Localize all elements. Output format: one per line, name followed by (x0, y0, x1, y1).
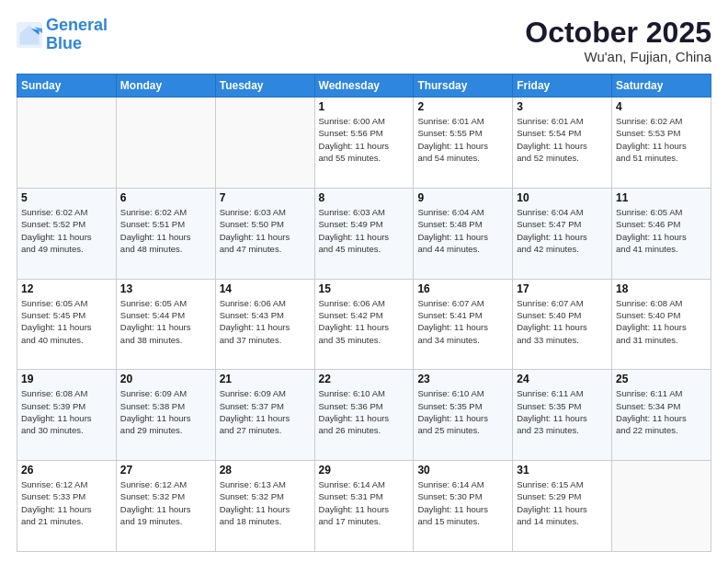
weekday-header-thursday: Thursday (414, 75, 513, 98)
calendar-week-row: 1Sunrise: 6:00 AM Sunset: 5:56 PM Daylig… (17, 98, 711, 189)
day-info: Sunrise: 6:03 AM Sunset: 5:50 PM Dayligh… (220, 206, 311, 255)
calendar-cell: 2Sunrise: 6:01 AM Sunset: 5:55 PM Daylig… (414, 98, 513, 189)
day-info: Sunrise: 6:10 AM Sunset: 5:36 PM Dayligh… (319, 387, 410, 436)
calendar-cell: 18Sunrise: 6:08 AM Sunset: 5:40 PM Dayli… (612, 279, 711, 370)
calendar-cell: 5Sunrise: 6:02 AM Sunset: 5:52 PM Daylig… (17, 188, 117, 279)
calendar-cell: 30Sunrise: 6:14 AM Sunset: 5:30 PM Dayli… (414, 461, 513, 552)
day-info: Sunrise: 6:02 AM Sunset: 5:51 PM Dayligh… (120, 206, 211, 255)
calendar-cell: 10Sunrise: 6:04 AM Sunset: 5:47 PM Dayli… (513, 188, 612, 279)
calendar-cell: 14Sunrise: 6:06 AM Sunset: 5:43 PM Dayli… (215, 279, 314, 370)
calendar-cell (215, 98, 314, 189)
day-number: 21 (220, 373, 311, 385)
day-info: Sunrise: 6:01 AM Sunset: 5:54 PM Dayligh… (517, 115, 608, 164)
calendar-cell: 21Sunrise: 6:09 AM Sunset: 5:37 PM Dayli… (215, 370, 314, 461)
day-info: Sunrise: 6:11 AM Sunset: 5:35 PM Dayligh… (517, 387, 608, 436)
calendar-cell: 29Sunrise: 6:14 AM Sunset: 5:31 PM Dayli… (314, 461, 414, 552)
calendar-cell: 16Sunrise: 6:07 AM Sunset: 5:41 PM Dayli… (414, 279, 513, 370)
calendar-week-row: 12Sunrise: 6:05 AM Sunset: 5:45 PM Dayli… (17, 279, 711, 370)
day-number: 3 (517, 100, 608, 113)
calendar-table: SundayMondayTuesdayWednesdayThursdayFrid… (17, 74, 711, 552)
calendar-cell: 26Sunrise: 6:12 AM Sunset: 5:33 PM Dayli… (17, 461, 117, 552)
day-number: 16 (417, 282, 508, 295)
calendar-cell: 23Sunrise: 6:10 AM Sunset: 5:35 PM Dayli… (414, 370, 513, 461)
day-info: Sunrise: 6:06 AM Sunset: 5:43 PM Dayligh… (220, 297, 311, 346)
day-number: 5 (21, 191, 112, 204)
day-info: Sunrise: 6:06 AM Sunset: 5:42 PM Dayligh… (319, 297, 410, 346)
day-info: Sunrise: 6:09 AM Sunset: 5:37 PM Dayligh… (220, 387, 311, 436)
day-number: 23 (417, 373, 508, 385)
logo-icon (17, 22, 42, 48)
calendar-week-row: 19Sunrise: 6:08 AM Sunset: 5:39 PM Dayli… (17, 370, 711, 461)
calendar-cell: 20Sunrise: 6:09 AM Sunset: 5:38 PM Dayli… (116, 370, 215, 461)
calendar-cell: 31Sunrise: 6:15 AM Sunset: 5:29 PM Dayli… (513, 461, 612, 552)
day-number: 17 (517, 282, 608, 295)
weekday-header-row: SundayMondayTuesdayWednesdayThursdayFrid… (17, 75, 711, 98)
weekday-header-saturday: Saturday (612, 75, 711, 98)
calendar-cell: 7Sunrise: 6:03 AM Sunset: 5:50 PM Daylig… (215, 188, 314, 279)
day-info: Sunrise: 6:05 AM Sunset: 5:44 PM Dayligh… (120, 297, 211, 346)
day-number: 8 (319, 191, 410, 204)
calendar-cell: 4Sunrise: 6:02 AM Sunset: 5:53 PM Daylig… (612, 98, 711, 189)
calendar-cell: 15Sunrise: 6:06 AM Sunset: 5:42 PM Dayli… (314, 279, 414, 370)
day-number: 12 (21, 282, 112, 295)
day-number: 14 (220, 282, 311, 295)
calendar-week-row: 5Sunrise: 6:02 AM Sunset: 5:52 PM Daylig… (17, 188, 711, 279)
day-info: Sunrise: 6:05 AM Sunset: 5:46 PM Dayligh… (616, 206, 707, 255)
calendar-cell: 11Sunrise: 6:05 AM Sunset: 5:46 PM Dayli… (612, 188, 711, 279)
day-info: Sunrise: 6:04 AM Sunset: 5:48 PM Dayligh… (417, 206, 508, 255)
day-info: Sunrise: 6:12 AM Sunset: 5:33 PM Dayligh… (21, 478, 112, 527)
logo-line1: General (46, 16, 108, 34)
day-info: Sunrise: 6:03 AM Sunset: 5:49 PM Dayligh… (319, 206, 410, 255)
calendar-cell (612, 461, 711, 552)
weekday-header-sunday: Sunday (17, 75, 117, 98)
day-number: 9 (417, 191, 508, 204)
day-number: 4 (616, 100, 707, 113)
day-number: 25 (616, 373, 707, 385)
day-number: 7 (220, 191, 311, 204)
day-number: 24 (517, 373, 608, 385)
day-info: Sunrise: 6:00 AM Sunset: 5:56 PM Dayligh… (319, 115, 410, 164)
calendar-cell: 13Sunrise: 6:05 AM Sunset: 5:44 PM Dayli… (116, 279, 215, 370)
day-number: 28 (220, 464, 311, 477)
day-info: Sunrise: 6:08 AM Sunset: 5:39 PM Dayligh… (21, 387, 112, 436)
day-info: Sunrise: 6:04 AM Sunset: 5:47 PM Dayligh… (517, 206, 608, 255)
day-number: 30 (417, 464, 508, 477)
day-info: Sunrise: 6:14 AM Sunset: 5:31 PM Dayligh… (319, 478, 410, 527)
title-block: October 2025 Wu'an, Fujian, China (525, 17, 711, 64)
location-title: Wu'an, Fujian, China (525, 49, 711, 64)
calendar-cell: 28Sunrise: 6:13 AM Sunset: 5:32 PM Dayli… (215, 461, 314, 552)
calendar-cell: 27Sunrise: 6:12 AM Sunset: 5:32 PM Dayli… (116, 461, 215, 552)
day-info: Sunrise: 6:11 AM Sunset: 5:34 PM Dayligh… (616, 387, 707, 436)
logo-text: General Blue (46, 17, 108, 53)
calendar-cell: 19Sunrise: 6:08 AM Sunset: 5:39 PM Dayli… (17, 370, 117, 461)
day-number: 2 (417, 100, 508, 113)
day-info: Sunrise: 6:10 AM Sunset: 5:35 PM Dayligh… (417, 387, 508, 436)
day-number: 19 (21, 373, 112, 385)
calendar-cell (116, 98, 215, 189)
day-number: 29 (319, 464, 410, 477)
day-number: 13 (120, 282, 211, 295)
weekday-header-monday: Monday (116, 75, 215, 98)
day-number: 15 (319, 282, 410, 295)
day-info: Sunrise: 6:07 AM Sunset: 5:41 PM Dayligh… (417, 297, 508, 346)
calendar-cell: 3Sunrise: 6:01 AM Sunset: 5:54 PM Daylig… (513, 98, 612, 189)
calendar-cell: 24Sunrise: 6:11 AM Sunset: 5:35 PM Dayli… (513, 370, 612, 461)
month-title: October 2025 (525, 17, 711, 49)
day-number: 26 (21, 464, 112, 477)
day-info: Sunrise: 6:02 AM Sunset: 5:53 PM Dayligh… (616, 115, 707, 164)
calendar-cell: 9Sunrise: 6:04 AM Sunset: 5:48 PM Daylig… (414, 188, 513, 279)
weekday-header-wednesday: Wednesday (314, 75, 414, 98)
day-number: 22 (319, 373, 410, 385)
calendar-cell: 1Sunrise: 6:00 AM Sunset: 5:56 PM Daylig… (314, 98, 414, 189)
calendar-cell: 6Sunrise: 6:02 AM Sunset: 5:51 PM Daylig… (116, 188, 215, 279)
calendar-cell: 25Sunrise: 6:11 AM Sunset: 5:34 PM Dayli… (612, 370, 711, 461)
header: General Blue October 2025 Wu'an, Fujian,… (17, 17, 711, 64)
calendar-week-row: 26Sunrise: 6:12 AM Sunset: 5:33 PM Dayli… (17, 461, 711, 552)
page: General Blue October 2025 Wu'an, Fujian,… (0, 0, 728, 563)
day-number: 1 (319, 100, 410, 113)
calendar-cell: 17Sunrise: 6:07 AM Sunset: 5:40 PM Dayli… (513, 279, 612, 370)
day-number: 31 (517, 464, 608, 477)
day-number: 6 (120, 191, 211, 204)
day-number: 27 (120, 464, 211, 477)
day-info: Sunrise: 6:08 AM Sunset: 5:40 PM Dayligh… (616, 297, 707, 346)
